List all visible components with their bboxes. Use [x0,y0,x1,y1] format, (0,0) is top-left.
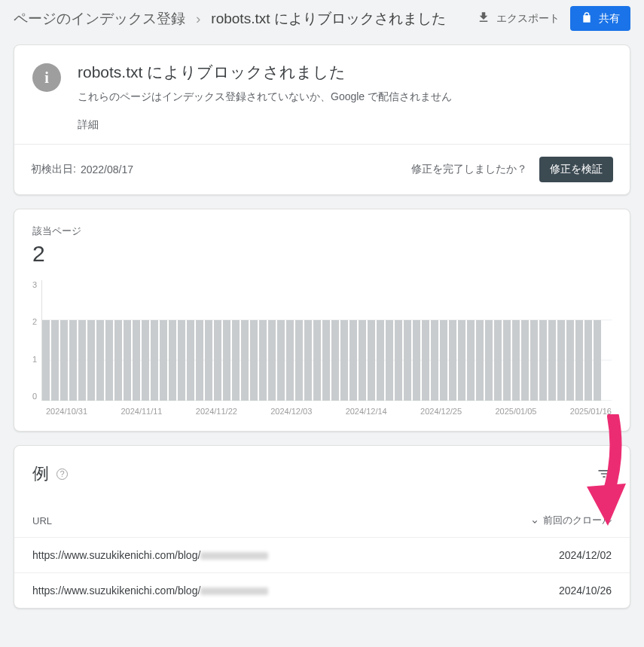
column-header-last-crawl[interactable]: 前回のクロール [530,514,612,527]
examples-rows: https://www.suzukikenichi.com/blog/2024/… [14,537,630,608]
first-detected-value: 2022/08/17 [81,163,133,175]
chart-y-axis: 3210 [32,280,41,401]
chart-bar [521,320,529,401]
chart-bar [60,320,68,401]
chart-card: 該当ページ 2 3210 2024/10/312024/11/112024/11… [14,209,630,432]
download-icon [477,11,490,26]
examples-title: 例 [32,462,49,485]
chart-bar [187,320,194,401]
chart-bar [458,320,465,401]
chart-bar [205,320,212,401]
chart-bar [548,320,556,401]
validate-fix-button[interactable]: 修正を検証 [539,157,613,182]
chart-bar [539,320,547,401]
chart-bars [41,280,612,401]
y-tick: 0 [32,392,37,401]
x-tick: 2024/11/22 [196,407,237,416]
chart-bar [404,320,411,401]
chart-bar [395,320,402,401]
chart-bar [422,320,429,401]
chart-bar [169,320,176,401]
chart-bar [133,320,140,401]
chart-bar [69,320,77,401]
table-row[interactable]: https://www.suzukikenichi.com/blog/2024/… [14,572,630,608]
status-card: i robots.txt によりブロックされました これらのページはインデックス… [14,44,630,195]
chart-bar [584,320,592,401]
chart-bar [359,320,366,401]
chart-bar [232,320,240,401]
chart-bar [566,320,574,401]
chart-bar [467,320,475,401]
x-tick: 2024/12/25 [420,407,462,416]
chart-bar [331,320,339,401]
help-icon[interactable]: ? [56,468,68,480]
learn-more-link[interactable]: 詳細 [78,118,99,132]
row-url: https://www.suzukikenichi.com/blog/ [32,584,499,597]
chart-bar [124,320,131,401]
chart-bar [268,320,276,401]
chart-bar [512,320,520,401]
chart-bar [494,320,502,401]
column-header-url: URL [32,515,499,526]
export-button[interactable]: エクスポート [477,11,560,26]
breadcrumb-parent[interactable]: ページのインデックス登録 [14,9,185,29]
top-bar: ページのインデックス登録 › robots.txt によりブロックされました エ… [0,0,644,41]
chart-bar [349,320,357,401]
validation-prompt: 修正を完了しましたか？ [411,163,527,176]
chart-bar [105,320,113,401]
chart-bar [142,320,149,401]
y-tick: 3 [32,280,37,289]
row-last-crawl: 2024/12/02 [499,549,612,561]
chart-bar [575,320,583,401]
breadcrumb-current: robots.txt によりブロックされました [211,9,445,29]
chart-bar [241,320,249,401]
chart-bar [151,320,158,401]
chart-bar [295,320,303,401]
chart-bar [368,320,375,401]
chart-bar [413,320,420,401]
x-tick: 2024/10/31 [46,407,87,416]
chart-bar [340,320,348,401]
x-tick: 2024/11/11 [121,407,162,416]
redacted-text [200,552,268,560]
chart-bar [440,320,447,401]
chart-bar [530,320,538,401]
export-label: エクスポート [496,12,560,26]
chart-bar [286,320,294,401]
chart-bar [259,320,267,401]
chart-x-axis: 2024/10/312024/11/112024/11/222024/12/03… [46,407,612,416]
chart-bar [322,320,330,401]
chart-bar [96,320,104,401]
chart-bar [51,320,59,401]
status-subtitle: これらのページはインデックス登録されていないか、Google で配信されません [78,90,612,104]
chart-label: 該当ページ [32,224,612,238]
chart-bar [160,320,167,401]
status-title: robots.txt によりブロックされました [78,62,612,83]
chart-bar [277,320,285,401]
share-label: 共有 [599,12,620,26]
chart-bar [476,320,484,401]
chart-bar [196,320,203,401]
chart-bar [214,320,221,401]
lock-icon [581,11,593,26]
column-header-last-crawl-label: 前回のクロール [543,514,612,527]
chart-bar [449,320,456,401]
x-tick: 2025/01/16 [570,407,612,416]
chart-bar [223,320,230,401]
filter-icon[interactable] [597,466,612,481]
bar-chart: 3210 2024/10/312024/11/112024/11/222024/… [32,280,612,416]
redacted-text [200,587,268,595]
x-tick: 2024/12/03 [270,407,312,416]
chart-bar [78,320,86,401]
chart-bar [114,320,122,401]
share-button[interactable]: 共有 [570,6,630,31]
chart-bar [178,320,185,401]
chart-bar [377,320,384,401]
chart-bar [250,320,258,401]
y-tick: 2 [32,317,37,326]
x-tick: 2024/12/14 [346,407,387,416]
table-row[interactable]: https://www.suzukikenichi.com/blog/2024/… [14,537,630,572]
examples-table-header: URL 前回のクロール [14,493,630,537]
first-detected-label: 初検出日: [31,163,76,176]
y-tick: 1 [32,355,37,364]
